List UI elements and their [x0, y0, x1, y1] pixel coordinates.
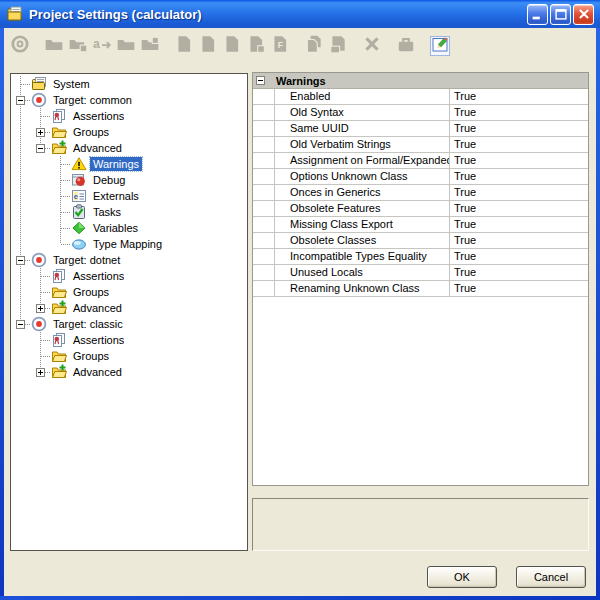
tree-item-label[interactable]: Target: common — [50, 93, 135, 107]
tree-item-label[interactable]: Groups — [70, 349, 112, 363]
collapse-icon[interactable] — [16, 256, 25, 265]
tree-item-advanced[interactable]: Advanced — [11, 364, 247, 380]
file-badge-icon — [246, 34, 266, 58]
property-value[interactable]: True — [450, 265, 588, 280]
expand-icon[interactable] — [36, 304, 45, 313]
collapse-icon[interactable] — [36, 144, 45, 153]
property-value[interactable]: True — [450, 185, 588, 200]
property-row: Same UUIDTrue — [253, 121, 588, 137]
tree-connector — [51, 172, 71, 188]
tree-item-label[interactable]: Assertions — [70, 109, 127, 123]
tree-connector — [31, 300, 51, 316]
tree-item-label[interactable]: Assertions — [70, 333, 127, 347]
property-value[interactable]: True — [450, 169, 588, 184]
tree-item-assertions[interactable]: Assertions — [11, 108, 247, 124]
property-value[interactable]: True — [450, 281, 588, 296]
expand-icon[interactable] — [36, 128, 45, 137]
property-name[interactable]: Obsolete Features — [275, 201, 450, 216]
grid-section-title: Warnings — [276, 75, 326, 87]
property-name[interactable]: Obsolete Classes — [275, 233, 450, 248]
property-value[interactable]: True — [450, 233, 588, 248]
edit-icon — [431, 35, 449, 57]
collapse-icon[interactable] — [16, 96, 25, 105]
property-value[interactable]: True — [450, 137, 588, 152]
tree-item-system[interactable]: System — [11, 76, 247, 92]
tree-item-label[interactable]: Variables — [90, 221, 141, 235]
toolbar-button-folder-b — [116, 36, 136, 56]
tree-item-advanced[interactable]: Advanced — [11, 140, 247, 156]
tree-item-label[interactable]: Groups — [70, 285, 112, 299]
tree-item-label[interactable]: Debug — [90, 173, 128, 187]
tree-item-externals[interactable]: eExternals — [11, 188, 247, 204]
property-name[interactable]: Old Verbatim Strings — [275, 137, 450, 152]
row-margin — [253, 249, 275, 264]
tree-connector — [31, 140, 51, 156]
toolbar-button-delete — [362, 36, 382, 56]
collapse-icon[interactable] — [16, 320, 25, 329]
property-name[interactable]: Incompatible Types Equality — [275, 249, 450, 264]
close-button[interactable] — [573, 4, 594, 25]
tree-connector — [51, 236, 71, 252]
property-name[interactable]: Renaming Unknown Class — [275, 281, 450, 296]
toolbar-button-import — [396, 36, 416, 56]
property-name[interactable]: Old Syntax — [275, 105, 450, 120]
collapse-section-icon[interactable] — [256, 76, 265, 85]
property-value[interactable]: True — [450, 201, 588, 216]
maximize-button[interactable] — [550, 4, 571, 25]
property-name[interactable]: Enabled — [275, 89, 450, 104]
minimize-button[interactable] — [527, 4, 548, 25]
property-name[interactable]: Onces in Generics — [275, 185, 450, 200]
tree-connector — [51, 204, 71, 220]
tree-item-label[interactable]: Advanced — [70, 301, 125, 315]
property-name[interactable]: Missing Class Export — [275, 217, 450, 232]
tree-item-label[interactable]: Target: classic — [50, 317, 126, 331]
tree-item-target-common[interactable]: Target: common — [11, 92, 247, 108]
tree-item-assertions[interactable]: Assertions — [11, 268, 247, 284]
tree-item-assertions[interactable]: Assertions — [11, 332, 247, 348]
tree-item-advanced[interactable]: Advanced — [11, 300, 247, 316]
tree-item-label[interactable]: Warnings — [90, 157, 142, 171]
tree-item-label[interactable]: Advanced — [70, 365, 125, 379]
tree-item-debug[interactable]: Debug — [11, 172, 247, 188]
property-value[interactable]: True — [450, 217, 588, 232]
tree-item-warnings[interactable]: Warnings — [11, 156, 247, 172]
ok-button[interactable]: OK — [427, 566, 497, 588]
tree-item-label[interactable]: Externals — [90, 189, 142, 203]
tree-item-label[interactable]: Target: dotnet — [50, 253, 123, 267]
tree-item-label[interactable]: Groups — [70, 125, 112, 139]
property-value[interactable]: True — [450, 153, 588, 168]
assertions-icon — [51, 332, 67, 348]
expand-icon[interactable] — [36, 368, 45, 377]
row-margin — [253, 281, 275, 296]
property-value[interactable]: True — [450, 249, 588, 264]
cancel-button[interactable]: Cancel — [516, 566, 586, 588]
tree-item-label[interactable]: Assertions — [70, 269, 127, 283]
property-name[interactable]: Options Unknown Class — [275, 169, 450, 184]
tree-indent-guide — [11, 236, 31, 252]
assertions-icon — [51, 108, 67, 124]
tree-item-label[interactable]: Advanced — [70, 141, 125, 155]
tree-item-variables[interactable]: Variables — [11, 220, 247, 236]
property-value[interactable]: True — [450, 89, 588, 104]
tree-item-groups[interactable]: Groups — [11, 284, 247, 300]
tree-item-label[interactable]: System — [50, 77, 93, 91]
tree-item-label[interactable]: Type Mapping — [90, 237, 165, 251]
property-name[interactable]: Same UUID — [275, 121, 450, 136]
property-name[interactable]: Assignment on Formal/Expanded — [275, 153, 450, 168]
property-name[interactable]: Unused Locals — [275, 265, 450, 280]
tree-item-tasks[interactable]: Tasks — [11, 204, 247, 220]
tree-item-groups[interactable]: Groups — [11, 124, 247, 140]
tree-item-label[interactable]: Tasks — [90, 205, 124, 219]
row-margin — [253, 105, 275, 120]
tree-item-type-mapping[interactable]: Type Mapping — [11, 236, 247, 252]
property-value[interactable]: True — [450, 105, 588, 120]
toolbar-button-edit[interactable] — [430, 36, 450, 56]
debug-icon — [71, 172, 87, 188]
description-panel — [252, 498, 589, 551]
titlebar: Project Settings (calculator) — [0, 0, 600, 28]
tree-item-target-dotnet[interactable]: Target: dotnet — [11, 252, 247, 268]
tree-item-target-classic[interactable]: Target: classic — [11, 316, 247, 332]
tree-item-groups[interactable]: Groups — [11, 348, 247, 364]
folder-plus-icon — [51, 140, 67, 156]
property-value[interactable]: True — [450, 121, 588, 136]
